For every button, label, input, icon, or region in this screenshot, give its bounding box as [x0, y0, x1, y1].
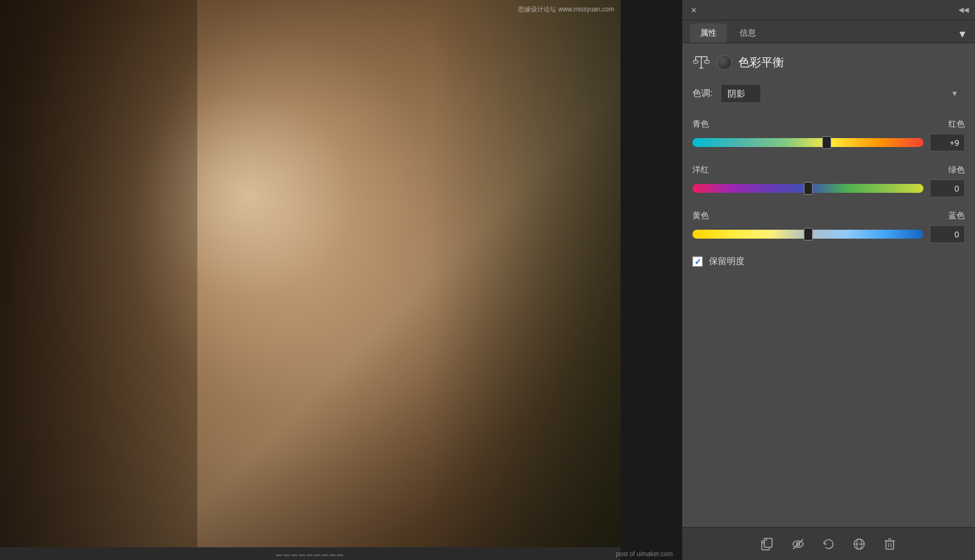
magenta-green-track-row: 0	[692, 179, 965, 197]
tab-info[interactable]: 信息	[729, 24, 766, 43]
delete-icon[interactable]	[878, 533, 901, 556]
preserve-luminosity-label: 保留明度	[709, 256, 745, 267]
svg-rect-17	[886, 541, 894, 549]
select-arrow-icon: ▼	[951, 89, 958, 98]
red-label: 红色	[948, 118, 965, 130]
tone-select-wrapper: 阴影 中间调 高光 ▼	[720, 84, 965, 103]
panel-bottom-toolbar	[682, 527, 975, 560]
watermark-top: 思缘设计论坛 www.missyuan.com	[518, 5, 614, 14]
collapse-button[interactable]: ◀◀	[957, 4, 970, 17]
panel-content: 色彩平衡 色调: 阴影 中间调 高光 ▼ 青色 红色	[682, 43, 975, 527]
adjustment-title: 色彩平衡	[738, 55, 784, 70]
yellow-blue-labels: 黄色 蓝色	[692, 210, 965, 221]
reset-icon[interactable]	[817, 533, 840, 556]
cyan-red-slider-row: 青色 红色 +9	[692, 118, 965, 151]
magenta-green-thumb[interactable]	[804, 182, 813, 195]
magenta-green-slider-row: 洋红 绿色 0	[692, 164, 965, 197]
yellow-blue-value[interactable]: 0	[930, 225, 965, 243]
tone-row: 色调: 阴影 中间调 高光 ▼	[692, 84, 965, 103]
tabs-container: 属性 信息	[690, 24, 766, 43]
panel: × ◀◀ 属性 信息 ▼	[682, 0, 975, 560]
cyan-red-thumb[interactable]	[822, 136, 831, 149]
panel-tabs: 属性 信息 ▼	[682, 20, 975, 43]
copy-layer-icon[interactable]	[756, 533, 779, 556]
magenta-green-labels: 洋红 绿色	[692, 164, 965, 176]
bottom-strip-dots: ▬▬▬▬▬▬▬▬▬	[276, 550, 345, 557]
bottom-strip: ▬▬▬▬▬▬▬▬▬	[0, 547, 621, 560]
cyan-red-track-row: +9	[692, 134, 965, 151]
adjustment-circle-icon	[717, 55, 732, 70]
blue-label: 蓝色	[948, 210, 965, 221]
photo-background: 思缘设计论坛 www.missyuan.com ▬▬▬▬▬▬▬▬▬	[0, 0, 621, 560]
balance-icon	[692, 53, 710, 71]
tab-properties[interactable]: 属性	[690, 24, 727, 43]
yellow-blue-thumb[interactable]	[804, 228, 813, 241]
green-label: 绿色	[948, 164, 965, 176]
eye-icon[interactable]	[787, 533, 810, 556]
magenta-label: 洋红	[692, 164, 709, 176]
preserve-luminosity-row: 保留明度	[692, 256, 965, 267]
visibility-icon[interactable]	[848, 533, 871, 556]
panel-titlebar: × ◀◀	[682, 0, 975, 20]
cyan-red-track[interactable]	[692, 138, 923, 147]
yellow-label: 黄色	[692, 210, 709, 221]
tab-menu-button[interactable]: ▼	[957, 29, 967, 43]
yellow-blue-track[interactable]	[692, 230, 923, 239]
tone-label: 色调:	[692, 88, 713, 99]
yellow-blue-track-row: 0	[692, 225, 965, 243]
svg-rect-8	[764, 538, 772, 547]
cyan-red-labels: 青色 红色	[692, 118, 965, 130]
adjustment-header: 色彩平衡	[692, 53, 965, 71]
watermark-bottom: post of uimaker.com	[616, 550, 673, 557]
preserve-luminosity-checkbox[interactable]	[692, 256, 703, 267]
cyan-red-value[interactable]: +9	[930, 134, 965, 151]
magenta-green-track[interactable]	[692, 184, 923, 193]
tone-select[interactable]: 阴影 中间调 高光	[720, 84, 761, 103]
cyan-label: 青色	[692, 118, 709, 130]
yellow-blue-slider-row: 黄色 蓝色 0	[692, 210, 965, 243]
magenta-green-value[interactable]: 0	[930, 179, 965, 197]
close-button[interactable]: ×	[687, 4, 700, 17]
